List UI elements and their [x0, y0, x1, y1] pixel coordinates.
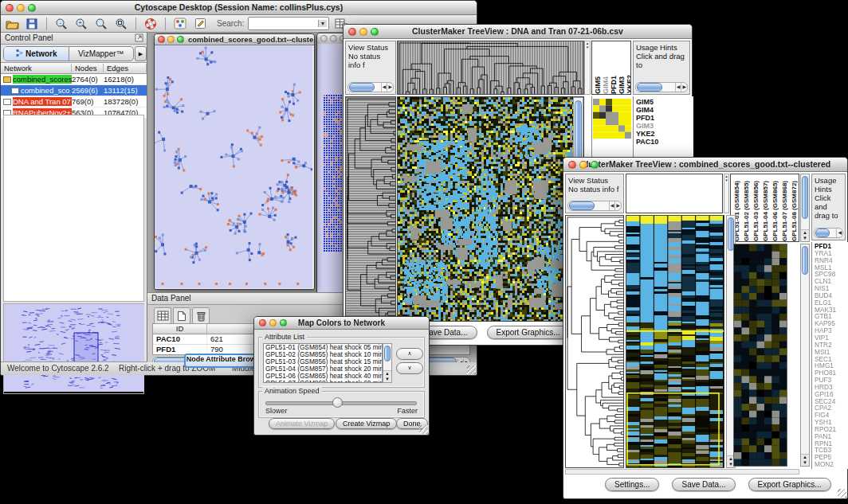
- zoom-button[interactable]: [591, 161, 599, 169]
- minimize-button[interactable]: [17, 4, 25, 12]
- network-tree-row[interactable]: combined_scores 2764(0) 16218(0): [1, 74, 147, 85]
- minimize-button[interactable]: [579, 161, 587, 169]
- column-label[interactable]: GIM5: [595, 76, 601, 94]
- heatmap-canvas[interactable]: [398, 97, 573, 321]
- network-view-titlebar[interactable]: combined_scores_good.txt--cluste...: [155, 34, 314, 45]
- save-icon[interactable]: [24, 16, 40, 31]
- scroll-up-icon[interactable]: ▲: [803, 230, 807, 235]
- animate-vizmap-button[interactable]: Animate Vizmap: [269, 418, 335, 429]
- column-label[interactable]: GPL51-06 (GSM865): [771, 181, 779, 241]
- scroll-down-icon[interactable]: ▼: [803, 460, 807, 465]
- scroll-right-icon[interactable]: ▶: [681, 83, 687, 92]
- zoom-button[interactable]: [177, 36, 184, 43]
- heatmap-main[interactable]: ▲▼: [397, 96, 584, 322]
- row-dendrogram-canvas[interactable]: [566, 216, 623, 467]
- zoom-button[interactable]: [371, 28, 379, 36]
- attribute-list-item[interactable]: GPL51-07 (GSM868) heat shock 60 min: [265, 380, 382, 383]
- bottom-hscroll-track[interactable]: [565, 469, 799, 475]
- move-down-button[interactable]: ∨: [396, 362, 423, 374]
- scroll-down-icon[interactable]: ▼: [385, 377, 390, 381]
- hscroll-thumb[interactable]: [637, 83, 662, 92]
- network-overview-panel[interactable]: [3, 303, 144, 394]
- column-label[interactable]: GPL51-07 (GSM868): [781, 181, 789, 241]
- treeview-button[interactable]: Export Graphics...: [487, 326, 570, 339]
- tab-network[interactable]: Network: [4, 47, 69, 61]
- help-icon[interactable]: [143, 16, 159, 31]
- gene-label[interactable]: GIM3: [636, 122, 693, 130]
- row-dendrogram-canvas[interactable]: [346, 97, 395, 321]
- close-button[interactable]: [348, 28, 356, 36]
- new-attribute-icon[interactable]: [173, 307, 190, 324]
- resize-grip[interactable]: [419, 425, 428, 434]
- resize-grip[interactable]: [467, 365, 476, 374]
- vscroll-thumb[interactable]: [802, 176, 808, 219]
- minimize-button[interactable]: [167, 36, 175, 43]
- network-view-canvas[interactable]: [155, 45, 312, 288]
- more-tabs-button[interactable]: ▶: [135, 46, 147, 61]
- create-vizmap-button[interactable]: Create Vizmap: [336, 418, 397, 429]
- tab-vizmapper[interactable]: VizMapper™: [69, 47, 134, 61]
- delete-attribute-icon[interactable]: [192, 307, 210, 324]
- hscroll-thumb[interactable]: [569, 201, 595, 210]
- scroll-left-icon[interactable]: ◀: [836, 229, 842, 237]
- close-button[interactable]: [158, 36, 165, 43]
- zoom-selected-icon[interactable]: [93, 16, 109, 31]
- slider-thumb[interactable]: [332, 397, 343, 408]
- scroll-right-icon[interactable]: ▶: [614, 201, 621, 210]
- column-label[interactable]: GPL51-08 (GSM872): [791, 181, 799, 241]
- scroll-left-icon[interactable]: ◀: [381, 83, 387, 92]
- main-titlebar[interactable]: Cytoscape Desktop (Session Name: collins…: [1, 1, 477, 15]
- scroll-right-icon[interactable]: ▶: [463, 359, 469, 362]
- column-label[interactable]: GIM4: [603, 76, 609, 94]
- scroll-up-icon[interactable]: ▲: [385, 371, 390, 376]
- column-label[interactable]: GIM3: [618, 76, 625, 94]
- close-button[interactable]: [259, 319, 266, 326]
- zoom-button[interactable]: [280, 319, 287, 326]
- gene-list-vscrollbar[interactable]: ▲▼: [800, 244, 810, 467]
- scroll-up-icon[interactable]: ▲: [803, 455, 807, 459]
- scroll-left-icon[interactable]: ◀: [609, 201, 615, 210]
- column-labels-vscrollbar[interactable]: ▲▼: [800, 174, 810, 242]
- gene-label[interactable]: MON2: [815, 461, 848, 468]
- gene-label[interactable]: PAC10: [636, 138, 693, 146]
- column-label[interactable]: GPL51-03 (GSM856): [752, 181, 760, 241]
- treeview-button[interactable]: Settings...: [605, 478, 659, 491]
- usage-hints-scrollbar[interactable]: ◀ ▶: [635, 82, 688, 92]
- hscroll-thumb[interactable]: [349, 83, 375, 92]
- attribute-list[interactable]: GPL51-01 (GSM854) heat shock 05 minGPL51…: [263, 343, 383, 383]
- heatmap-main[interactable]: [626, 215, 724, 468]
- top-dendrogram-canvas[interactable]: [398, 41, 583, 94]
- close-button[interactable]: [568, 161, 576, 169]
- network-tree-row[interactable]: combined_sco 2569(6) 13112(15): [1, 85, 147, 96]
- dialog-titlebar[interactable]: Map Colors to Network: [254, 317, 429, 330]
- heatmap-secondary[interactable]: [733, 244, 787, 467]
- attribute-table-icon[interactable]: [154, 307, 171, 324]
- zoom-button[interactable]: [28, 4, 36, 12]
- dendro-scroll-sliver[interactable]: ▴▾: [724, 174, 729, 213]
- column-label[interactable]: YKE2: [626, 75, 631, 94]
- minimize-button[interactable]: [330, 35, 337, 42]
- scroll-left-icon[interactable]: ◀: [675, 83, 681, 92]
- cluster-matrix-canvas[interactable]: [593, 99, 631, 139]
- vscroll-thumb[interactable]: [802, 246, 808, 275]
- scroll-right-icon[interactable]: ▶: [387, 83, 393, 92]
- attribute-list-vscrollbar[interactable]: ▲▼: [383, 343, 392, 383]
- vizmapper-icon[interactable]: [172, 16, 188, 31]
- zoom-in-icon[interactable]: +: [73, 16, 89, 31]
- gene-label[interactable]: YKE2: [636, 130, 693, 138]
- search-dropdown-icon[interactable]: ▼: [318, 20, 328, 27]
- annotation-icon[interactable]: [192, 16, 208, 31]
- view-status-scrollbar[interactable]: ◀ ▶: [567, 201, 622, 211]
- minimize-button[interactable]: [269, 319, 277, 326]
- zoom-fit-icon[interactable]: [113, 16, 129, 31]
- close-button[interactable]: [320, 35, 328, 42]
- scroll-left-icon[interactable]: ◀: [457, 359, 464, 362]
- close-button[interactable]: [6, 4, 14, 12]
- network-tree-row[interactable]: DNA and Tran 07 769(0) 183728(0): [1, 96, 147, 107]
- gene-label[interactable]: PFD1: [636, 114, 693, 122]
- treeview-button[interactable]: Save Data...: [672, 478, 735, 491]
- scroll-down-icon[interactable]: ▼: [803, 236, 807, 240]
- treeview-button[interactable]: Export Graphics...: [748, 478, 831, 491]
- minimize-button[interactable]: [359, 28, 367, 36]
- network-overview-canvas[interactable]: [4, 304, 144, 392]
